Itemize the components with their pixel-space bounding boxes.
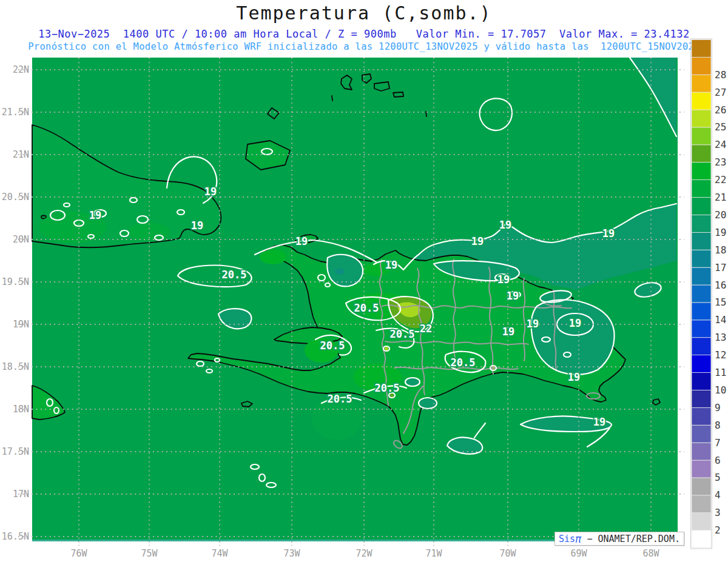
temperature-map: 19191919191919191919191919191920.520.520… (0, 0, 728, 562)
colorbar-tick-label: 8 (715, 420, 721, 431)
contour-label: 19 (502, 326, 514, 338)
colorbar-segment (692, 478, 711, 495)
lon-axis-label: 76W (70, 548, 87, 559)
colorbar-segment (692, 57, 711, 75)
colorbar-segment (692, 390, 711, 407)
colorbar-tick-label: 2 (715, 524, 721, 536)
colorbar-tick-label: 24 (715, 139, 726, 150)
colorbar-tick-label: 19 (715, 227, 726, 238)
colorbar-segment (692, 407, 711, 425)
contour-label: 19 (385, 259, 397, 271)
colorbar-segment (692, 75, 711, 92)
branding-box: Sisπ − ONAMET/REP.DOM. (554, 532, 684, 546)
contour-label: 20.5 (451, 356, 476, 369)
lon-axis-label: 75W (141, 548, 158, 559)
colorbar-segment (692, 285, 711, 303)
colorbar-tick-label: 3 (715, 507, 721, 518)
colorbar-segment (692, 320, 711, 338)
colorbar-segment (692, 39, 711, 57)
lat-axis-label: 18N (13, 404, 29, 415)
weather-chart-page: Temperatura (C,somb.) 13−Nov−2025 1400 U… (0, 0, 728, 562)
contour-label: 19 (527, 318, 539, 330)
colorbar-segment (692, 92, 711, 110)
lat-axis-label: 17.5N (2, 446, 29, 457)
colorbar-segment (692, 338, 711, 355)
lat-axis-label: 16.5N (2, 531, 29, 542)
lon-axis-label: 74W (211, 548, 228, 559)
sispi-logo-text: Sis (559, 534, 575, 544)
contour-label: 19 (507, 290, 519, 302)
colorbar-segment (692, 110, 711, 127)
colorbar-segment (692, 162, 711, 180)
lat-axis-label: 22N (13, 64, 29, 75)
colorbar-tick-label: 17 (715, 262, 726, 273)
colorbar: 2345678910111213141516171819202122232425… (691, 39, 727, 549)
lat-axis-label: 19.5N (2, 276, 29, 287)
colorbar-segment (692, 250, 711, 267)
colorbar-segment (692, 443, 711, 460)
contour-label: 20.5 (320, 340, 345, 352)
colorbar-segment (692, 145, 711, 162)
lat-axis-label: 21N (13, 149, 29, 160)
colorbar-segment (692, 303, 711, 320)
colorbar-tick-label: 12 (715, 349, 726, 361)
colorbar-segment (692, 215, 711, 232)
lat-axis-label: 19N (13, 319, 29, 330)
lon-axis-label: 73W (283, 548, 300, 559)
colorbar-tick-label: 26 (715, 104, 726, 116)
contour-label: 19 (602, 227, 615, 239)
colorbar-segment (692, 198, 711, 215)
colorbar-segment (692, 495, 711, 513)
colorbar-tick-label: 23 (715, 156, 726, 168)
contour-label: 19 (191, 219, 203, 232)
colorbar-segment (692, 530, 711, 548)
colorbar-tick-label: 10 (715, 384, 726, 396)
colorbar-tick-label: 6 (715, 455, 721, 466)
colorbar-tick-label: 22 (715, 174, 726, 186)
colorbar-tick-label: 27 (715, 87, 726, 98)
colorbar-segment (692, 127, 711, 145)
contour-label: 19 (499, 219, 511, 231)
colorbar-tick-label: 5 (715, 472, 721, 483)
contour-label: 20.5 (328, 393, 352, 405)
lat-axis-label: 21.5N (2, 107, 29, 118)
colorbar-segment (692, 267, 711, 285)
lon-axis-label: 69W (570, 548, 587, 559)
lat-axis-label: 20N (13, 234, 29, 245)
colorbar-tick-label: 4 (715, 489, 721, 501)
colorbar-segment (692, 513, 711, 530)
colorbar-tick-label: 28 (715, 69, 726, 81)
lat-axis-label: 17N (13, 489, 29, 500)
colorbar-segment (692, 373, 711, 390)
colorbar-segment (692, 460, 711, 478)
lon-axis-label: 70W (499, 548, 516, 559)
contour-label: 20.5 (222, 269, 247, 281)
contour-label: 19 (497, 273, 510, 286)
colorbar-segment (692, 180, 711, 198)
colorbar-tick-label: 11 (715, 367, 726, 378)
lat-axis-label: 20.5N (2, 192, 29, 202)
contour-label: 19 (295, 235, 308, 247)
colorbar-tick-label: 9 (715, 402, 721, 413)
colorbar-segment (692, 425, 711, 443)
separator: − (581, 534, 598, 544)
colorbar-tick-label: 16 (715, 279, 726, 291)
org-label: ONAMET/REP.DOM. (598, 534, 679, 544)
colorbar-tick-label: 20 (715, 209, 726, 221)
lon-axis-label: 72W (356, 548, 372, 559)
colorbar-tick-label: 13 (715, 332, 726, 343)
contour-label: 19 (89, 209, 101, 221)
lat-axis-label: 18.5N (2, 361, 29, 372)
contour-label: 20.5 (375, 382, 400, 394)
colorbar-tick-label: 21 (715, 192, 726, 203)
contour-label: 19 (593, 416, 605, 428)
colorbar-tick-label: 18 (715, 244, 726, 256)
contour-label: 20.5 (354, 302, 379, 314)
contour-label: 19 (471, 235, 484, 247)
colorbar-tick-label: 7 (715, 437, 721, 449)
colorbar-tick-label: 15 (715, 296, 726, 308)
pi-icon: π (575, 533, 581, 545)
colorbar-segment (692, 355, 711, 373)
contour-label: 22 (420, 323, 432, 335)
colorbar-segment (692, 232, 711, 250)
